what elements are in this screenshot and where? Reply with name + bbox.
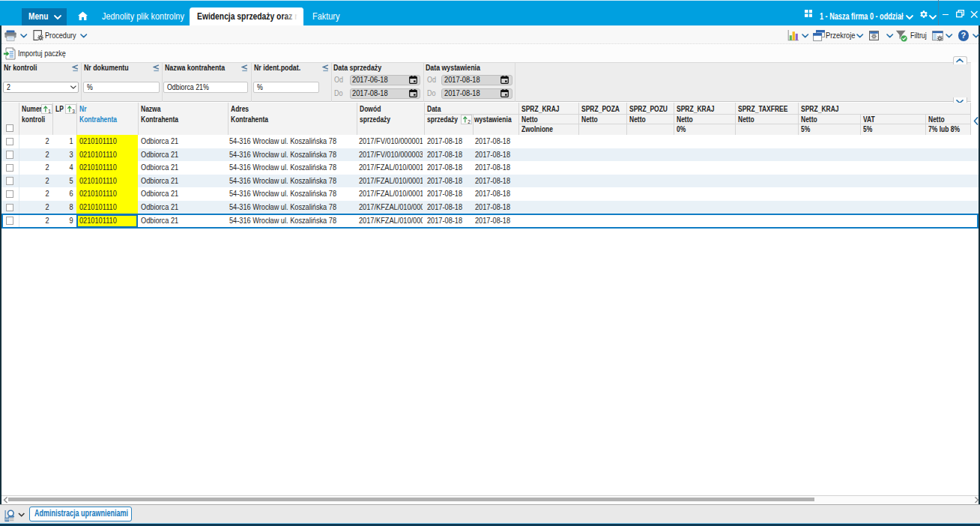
- svg-text:2: 2: [468, 119, 471, 124]
- svg-text:1: 1: [48, 109, 51, 114]
- svg-text:3: 3: [72, 109, 75, 114]
